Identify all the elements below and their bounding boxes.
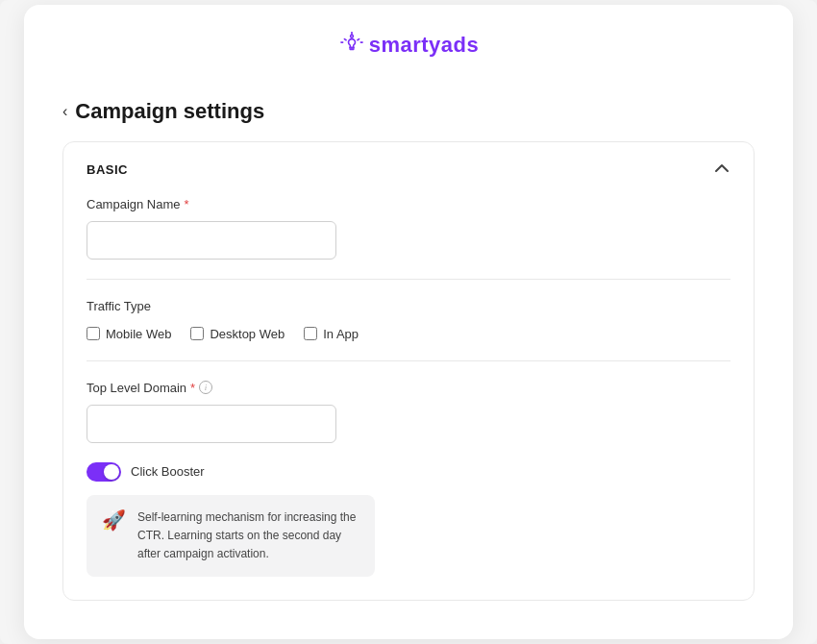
toggle-track [87,462,121,482]
checkbox-mobile-web[interactable]: Mobile Web [87,327,171,341]
rocket-icon: 🚀 [102,508,126,532]
top-level-domain-group: Top Level Domain * i [87,381,730,443]
section-header[interactable]: BASIC [63,142,754,197]
top-level-domain-input[interactable] [87,405,336,443]
checkbox-in-app-input[interactable] [304,327,317,340]
section-title: BASIC [87,162,128,177]
page-title: Campaign settings [75,99,264,124]
traffic-type-checkboxes: Mobile Web Desktop Web In App [87,327,730,341]
checkbox-mobile-web-input[interactable] [87,327,100,340]
logo-text: smartyads [369,33,480,58]
logo-bar: smartyads [24,5,793,82]
top-level-domain-info-icon[interactable]: i [199,381,212,394]
checkbox-mobile-web-label: Mobile Web [106,327,171,341]
campaign-name-label: Campaign Name * [87,197,730,211]
back-nav[interactable]: ‹ Campaign settings [24,82,793,141]
toggle-thumb [104,464,119,480]
checkbox-in-app[interactable]: In App [304,327,359,341]
click-booster-toggle[interactable] [87,462,121,482]
traffic-type-label: Traffic Type [87,299,730,313]
svg-line-3 [358,38,359,39]
svg-line-2 [344,38,346,39]
checkbox-in-app-label: In App [323,327,359,341]
campaign-name-required: * [185,197,189,211]
top-level-domain-required: * [190,381,195,395]
checkbox-desktop-web[interactable]: Desktop Web [190,327,285,341]
top-level-domain-label: Top Level Domain * i [87,381,730,395]
basic-section: BASIC Campaign Name * [62,141,755,602]
click-booster-label: Click Booster [131,464,205,479]
divider-1 [87,279,730,280]
back-chevron-icon[interactable]: ‹ [62,103,67,120]
section-body: Campaign Name * Traffic Type Mobile Web [63,197,754,601]
checkbox-desktop-web-label: Desktop Web [210,327,285,341]
click-booster-info-box: 🚀 Self-learning mechanism for increasing… [87,495,375,578]
click-booster-row: Click Booster [87,462,730,482]
campaign-name-input[interactable] [87,221,336,260]
collapse-icon[interactable] [713,160,730,180]
logo-icon [338,32,365,59]
page-wrapper: smartyads ‹ Campaign settings BASIC [0,0,817,644]
campaign-name-group: Campaign Name * [87,197,730,260]
checkbox-desktop-web-input[interactable] [190,327,204,340]
traffic-type-group: Traffic Type Mobile Web Desktop Web [87,299,730,341]
click-booster-info-text: Self-learning mechanism for increasing t… [137,508,359,564]
main-card: smartyads ‹ Campaign settings BASIC [24,5,793,640]
content-area: BASIC Campaign Name * [24,141,793,602]
divider-2 [87,360,730,361]
